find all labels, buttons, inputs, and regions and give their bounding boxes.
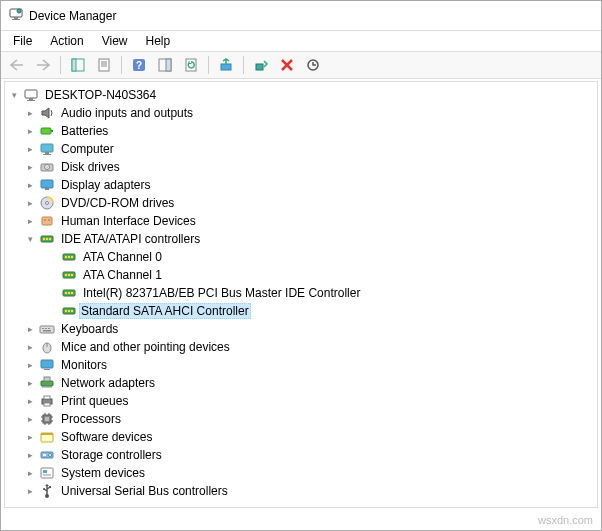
tree-category[interactable]: ▸Universal Serial Bus controllers [5,482,597,500]
svg-rect-47 [71,274,73,276]
tree-item-label: Print queues [59,394,130,408]
svg-rect-24 [45,152,49,154]
tree-category[interactable]: ▸System devices [5,464,597,482]
help-button[interactable]: ? [127,54,151,76]
tree-category[interactable]: ▸Monitors [5,356,597,374]
expander-icon[interactable]: ▸ [23,160,37,174]
refresh-button[interactable] [179,54,203,76]
tree-item-label: Processors [59,412,123,426]
svg-rect-6 [99,59,109,71]
tree-device[interactable]: Intel(R) 82371AB/EB PCI Bus Master IDE C… [5,284,597,302]
root-icon [23,87,39,103]
menu-action[interactable]: Action [42,32,91,50]
tree-category[interactable]: ▸Mice and other pointing devices [5,338,597,356]
menu-view[interactable]: View [94,32,136,50]
enable-device-button[interactable] [249,54,273,76]
tree-category[interactable]: ▾IDE ATA/ATAPI controllers [5,230,597,248]
expander-icon[interactable]: ▸ [23,394,37,408]
tree-category[interactable]: ▸Audio inputs and outputs [5,104,597,122]
expander-icon[interactable]: ▸ [23,178,37,192]
tree-device[interactable]: ATA Channel 1 [5,266,597,284]
computer-icon [39,141,55,157]
tree-category[interactable]: ▸Storage controllers [5,446,597,464]
expander-icon[interactable]: ▸ [23,340,37,354]
tree-category[interactable]: ▸Network adapters [5,374,597,392]
tree-category[interactable]: ▸Keyboards [5,320,597,338]
tree-item-label: Keyboards [59,322,120,336]
tree-root[interactable]: ▾DESKTOP-N40S364 [5,86,597,104]
expander-icon[interactable]: ▾ [7,88,21,102]
tree-item-label: Software devices [59,430,154,444]
expander-icon[interactable]: ▾ [23,232,37,246]
svg-rect-65 [41,381,53,386]
svg-point-35 [48,219,50,221]
svg-rect-15 [221,64,231,70]
action-pane-button[interactable] [153,54,177,76]
uninstall-device-button[interactable] [275,54,299,76]
update-driver-button[interactable] [214,54,238,76]
svg-rect-84 [43,454,46,456]
menu-help[interactable]: Help [138,32,179,50]
tree-device[interactable]: ATA Channel 0 [5,248,597,266]
tree-item-label: Mice and other pointing devices [59,340,232,354]
expander-icon[interactable]: ▸ [23,448,37,462]
show-hide-tree-button[interactable] [66,54,90,76]
tree-item-label: Intel(R) 82371AB/EB PCI Bus Master IDE C… [81,286,362,300]
menu-file[interactable]: File [5,32,40,50]
expander-icon[interactable]: ▸ [23,412,37,426]
expander-icon[interactable]: ▸ [23,358,37,372]
svg-rect-72 [45,417,49,421]
expander-icon[interactable]: ▸ [23,484,37,498]
svg-rect-30 [45,188,49,190]
svg-rect-54 [68,310,70,312]
svg-rect-1 [14,17,18,19]
tree-device[interactable]: Standard SATA AHCI Controller [5,302,597,320]
svg-rect-33 [42,217,52,225]
tree-category[interactable]: ▸Print queues [5,392,597,410]
expander-icon[interactable]: ▸ [23,124,37,138]
device-tree-panel[interactable]: ▾DESKTOP-N40S364▸Audio inputs and output… [4,81,598,508]
expander-icon[interactable]: ▸ [23,142,37,156]
tree-category[interactable]: ▸Software devices [5,428,597,446]
display-icon [39,177,55,193]
tree-item-label: IDE ATA/ATAPI controllers [59,232,202,246]
tree-category[interactable]: ▸DVD/CD-ROM drives [5,194,597,212]
expander-icon[interactable]: ▸ [23,106,37,120]
tree-item-label: ATA Channel 1 [81,268,164,282]
storage-icon [39,447,55,463]
svg-rect-20 [27,100,35,101]
svg-rect-19 [29,98,33,100]
tree-category[interactable]: ▸Display adapters [5,176,597,194]
svg-rect-42 [68,256,70,258]
svg-rect-55 [71,310,73,312]
ide-icon [61,267,77,283]
tree-category[interactable]: ▸Processors [5,410,597,428]
ide-icon [39,231,55,247]
expander-icon[interactable]: ▸ [23,466,37,480]
svg-rect-46 [68,274,70,276]
tree-category[interactable]: ▸Human Interface Devices [5,212,597,230]
svg-rect-58 [45,328,47,329]
usb-icon [39,483,55,499]
ide-icon [61,285,77,301]
tree-item-label: System devices [59,466,147,480]
svg-rect-88 [43,474,51,476]
expander-icon[interactable]: ▸ [23,196,37,210]
svg-rect-18 [25,90,37,98]
tree-category[interactable]: ▸Computer [5,140,597,158]
expander-icon[interactable]: ▸ [23,322,37,336]
scan-hardware-button[interactable] [301,54,325,76]
tree-category[interactable]: ▸Disk drives [5,158,597,176]
app-icon [9,7,23,24]
expander-icon[interactable]: ▸ [23,214,37,228]
svg-rect-23 [41,144,53,152]
svg-rect-25 [43,154,51,155]
tree-category[interactable]: ▸Batteries [5,122,597,140]
svg-rect-2 [12,19,20,20]
svg-rect-53 [65,310,67,312]
monitor-icon [39,357,55,373]
svg-rect-37 [43,238,45,240]
expander-icon[interactable]: ▸ [23,430,37,444]
properties-button[interactable] [92,54,116,76]
expander-icon[interactable]: ▸ [23,376,37,390]
